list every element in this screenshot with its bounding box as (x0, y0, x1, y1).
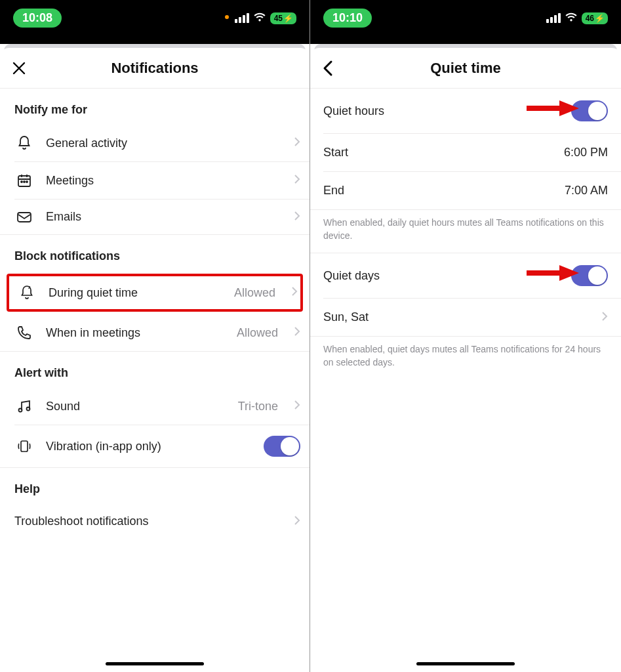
cellular-icon (546, 13, 561, 23)
row-selected-days[interactable]: Sun, Sat (310, 299, 621, 336)
status-indicators: 45⚡ (225, 12, 296, 24)
status-time: 10:10 (323, 9, 372, 28)
chevron-right-icon (294, 211, 300, 224)
row-start-time[interactable]: Start 6:00 PM (310, 134, 621, 171)
svg-rect-4 (18, 213, 31, 222)
cellular-icon (235, 13, 249, 23)
chevron-right-icon (601, 311, 608, 324)
bell-icon (14, 135, 34, 151)
charging-icon: ⚡ (283, 14, 293, 23)
chevron-left-icon (322, 60, 334, 77)
svg-rect-8 (21, 441, 28, 452)
section-block-title: Block notifications (0, 235, 310, 271)
row-label: Quiet hours (323, 104, 384, 118)
page-title: Quiet time (430, 60, 501, 77)
charging-icon: ⚡ (595, 14, 605, 23)
row-label: Emails (46, 210, 282, 224)
row-label: When in meetings (46, 326, 225, 340)
row-label: Troubleshoot notifications (14, 514, 282, 528)
status-bar: 10:08 45⚡ (0, 0, 310, 36)
battery-level: 45 (274, 14, 283, 23)
vibration-icon (14, 438, 34, 454)
chevron-right-icon (294, 515, 300, 528)
row-label: During quiet time (49, 286, 222, 300)
close-icon (12, 61, 26, 75)
row-value: 7:00 AM (565, 184, 608, 198)
battery-level: 46 (586, 14, 594, 23)
svg-point-2 (24, 181, 25, 182)
row-value: Allowed (234, 286, 275, 300)
section-notify-title: Notify me for (0, 89, 310, 125)
status-time: 10:08 (13, 9, 62, 28)
home-indicator[interactable] (106, 662, 204, 665)
row-during-quiet-time[interactable]: z During quiet time Allowed (7, 274, 303, 312)
close-button[interactable] (12, 61, 26, 75)
row-value: 6:00 PM (564, 146, 608, 159)
row-label: Sun, Sat (323, 310, 369, 324)
chevron-right-icon (294, 136, 300, 150)
phone-icon (14, 325, 34, 341)
section-alert-title: Alert with (0, 352, 310, 388)
left-screenshot: 10:08 45⚡ Notifications Notify me for Ge… (0, 0, 310, 672)
row-label: Sound (46, 400, 226, 413)
right-screenshot: 10:10 46⚡ Quiet time Quiet hours Start 6… (310, 0, 621, 672)
nav-header: Notifications (0, 48, 310, 89)
row-meetings[interactable]: Meetings (0, 162, 310, 199)
home-indicator[interactable] (416, 662, 515, 665)
row-general-activity[interactable]: General activity (0, 125, 310, 161)
row-end-time[interactable]: End 7:00 AM (310, 172, 621, 209)
row-label: Start (323, 146, 348, 159)
wifi-icon (253, 12, 266, 24)
vibration-toggle[interactable] (264, 436, 300, 457)
status-bar: 10:10 46⚡ (310, 0, 621, 36)
chevron-right-icon (294, 326, 300, 339)
row-sound[interactable]: Sound Tri-tone (0, 388, 310, 425)
row-label: Meetings (46, 174, 282, 188)
svg-point-3 (26, 181, 28, 182)
music-icon (14, 398, 34, 414)
row-label: Vibration (in-app only) (46, 440, 252, 453)
quiet-hours-toggle[interactable] (571, 100, 608, 121)
status-indicators: 46⚡ (546, 12, 608, 24)
wifi-icon (565, 12, 578, 24)
battery-indicator: 45⚡ (270, 12, 296, 24)
row-label: General activity (46, 136, 282, 150)
section-help-title: Help (0, 468, 310, 504)
row-label: End (323, 184, 344, 198)
row-troubleshoot[interactable]: Troubleshoot notifications (0, 504, 310, 539)
row-emails[interactable]: Emails (0, 200, 310, 234)
mic-dot-icon (225, 15, 229, 19)
svg-text:z: z (28, 285, 31, 289)
quiet-days-toggle[interactable] (571, 265, 608, 286)
row-quiet-days: Quiet days (310, 253, 621, 298)
nav-header: Quiet time (310, 48, 621, 89)
row-vibration: Vibration (in-app only) (0, 425, 310, 467)
chevron-right-icon (291, 286, 298, 299)
page-title: Notifications (111, 60, 198, 77)
mail-icon (14, 211, 34, 224)
svg-point-6 (19, 409, 22, 412)
row-value: Tri-tone (238, 400, 278, 413)
sheet-backdrop (0, 36, 310, 44)
row-value: Allowed (237, 326, 278, 340)
battery-indicator: 46⚡ (582, 12, 608, 24)
row-when-in-meetings[interactable]: When in meetings Allowed (0, 314, 310, 351)
row-label: Quiet days (323, 269, 380, 283)
sheet-backdrop (310, 36, 621, 44)
chevron-right-icon (294, 400, 300, 413)
calendar-icon (14, 173, 34, 188)
chevron-right-icon (294, 174, 300, 187)
row-quiet-hours: Quiet hours (310, 89, 621, 133)
back-button[interactable] (322, 60, 334, 77)
sleep-bell-icon: z (17, 284, 37, 301)
quiet-hours-helper: When enabled, daily quiet hours mutes al… (310, 210, 621, 253)
quiet-days-helper: When enabled, quiet days mutes all Teams… (310, 337, 621, 379)
svg-point-7 (27, 408, 30, 411)
svg-point-1 (21, 181, 22, 182)
